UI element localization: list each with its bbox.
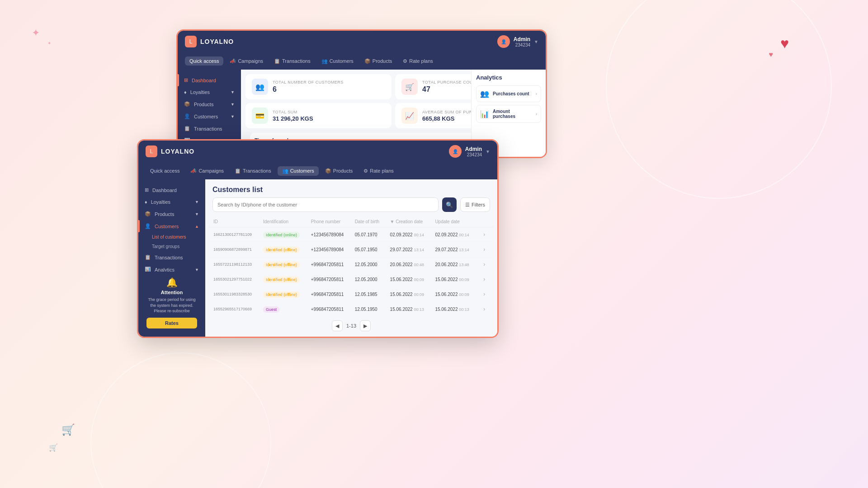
stat-purchases-info: TOTAL PURCHASE COUNT 47 <box>422 80 479 94</box>
search-button[interactable]: 🔍 <box>442 197 457 212</box>
attention-card: 🔔 Attention The grace period for using t… <box>141 272 203 334</box>
customers-loyal-label: Loyalties <box>151 199 170 205</box>
customers-user-id: 234234 <box>465 152 482 157</box>
row-detail-button[interactable]: › <box>480 305 488 313</box>
cell-identification: Identified (offline) <box>259 272 307 287</box>
stat-purchases-value: 47 <box>422 85 479 94</box>
cell-updated: 20.06.2022 13:48 <box>430 257 476 272</box>
analytics-panel-title: Analytics <box>476 74 541 81</box>
row-detail-button[interactable]: › <box>480 260 488 268</box>
user-info: Admin 234234 <box>514 36 530 47</box>
customers-sidebar-transactions[interactable]: 📋 Transactions <box>138 251 205 263</box>
sidebar-products-label: Products <box>194 102 213 107</box>
cell-action[interactable]: › <box>476 287 494 302</box>
customers-nav-products[interactable]: 📦 Products <box>321 166 357 176</box>
stat-sum-label: TOTAL SUM <box>273 110 313 114</box>
sidebar-item-dashboard[interactable]: ⊞ Dashboard <box>178 74 241 86</box>
col-created[interactable]: ▼ Creation date <box>386 216 431 227</box>
bg-curve-2 <box>90 352 271 488</box>
stat-customers-label: TOTAL NUMBER OF CUSTOMERS <box>273 80 344 84</box>
customers-nav-quick[interactable]: Quick access <box>146 166 184 175</box>
customers-loyal-arrow: ▼ <box>195 200 199 204</box>
search-input[interactable] <box>212 197 439 212</box>
customers-trans-icon: 📋 <box>145 254 151 260</box>
cell-dob: 12.05.2000 <box>350 257 386 272</box>
nav-campaigns[interactable]: 📣 Campaigns <box>225 56 268 66</box>
cell-created: 20.06.2022 00:48 <box>386 257 431 272</box>
nav-customers[interactable]: 👥 Customers <box>317 56 358 66</box>
next-page-button[interactable]: ▶ <box>360 320 371 331</box>
cell-updated: 15.06.2022 00:09 <box>430 287 476 302</box>
cell-updated: 15.06.2022 00:13 <box>430 302 476 317</box>
cell-dob: 05.07.1950 <box>350 242 386 257</box>
cell-phone: +996847205811 <box>307 257 350 272</box>
row-detail-button[interactable]: › <box>480 245 488 253</box>
attention-icon: 🔔 <box>146 277 197 288</box>
cell-action[interactable]: › <box>476 242 494 257</box>
cell-action[interactable]: › <box>476 227 494 242</box>
stat-sum: 💳 TOTAL SUM 31 296,20 KGS <box>245 103 392 128</box>
table-row: 16621300127781109 Identified (online) +1… <box>209 227 494 242</box>
customers-rate-plans-icon: ⚙ <box>363 168 368 174</box>
nav-products[interactable]: 📦 Products <box>360 56 396 66</box>
cell-created: 29.07.2022 13:14 <box>386 242 431 257</box>
nav-quick-access[interactable]: Quick access <box>185 56 223 66</box>
cell-identification: Identified (offline) <box>259 287 307 302</box>
customers-nav-campaigns[interactable]: 📣 Campaigns <box>186 166 228 176</box>
row-detail-button[interactable]: › <box>480 275 488 283</box>
customers-nav-transactions[interactable]: 📋 Transactions <box>230 166 276 176</box>
cell-phone: +123456789084 <box>307 242 350 257</box>
rates-button[interactable]: Rates <box>146 318 197 328</box>
analytics-item-amount[interactable]: 📊 Amount purchases › <box>476 105 541 123</box>
col-updated: Update date <box>430 216 476 227</box>
prev-page-button[interactable]: ◀ <box>332 320 343 331</box>
user-avatar: 👤 <box>497 35 510 48</box>
customers-dash-icon: ⊞ <box>145 187 149 193</box>
customers-sidebar-products[interactable]: 📦 Products ▼ <box>138 208 205 220</box>
sidebar-item-customers[interactable]: 👤 Customers ▼ <box>178 110 241 122</box>
amount-purchases-icon: 📊 <box>480 110 489 118</box>
cell-action[interactable]: › <box>476 302 494 317</box>
stat-sum-icon: 💳 <box>252 108 268 124</box>
customers-sidebar: ⊞ Dashboard ♦ Loyalties ▼ 📦 Products ▼ 👤… <box>138 179 205 337</box>
customers-prod-icon: 📦 <box>145 211 151 217</box>
dashboard-nav: Quick access 📣 Campaigns 📋 Transactions … <box>178 52 546 70</box>
customers-nav-customers[interactable]: 👥 Customers <box>278 166 319 176</box>
cell-action[interactable]: › <box>476 257 494 272</box>
nav-transactions[interactable]: 📋 Transactions <box>269 56 315 66</box>
table-row: 16552965517170669 Guest +996847205811 12… <box>209 302 494 317</box>
dashboard-header: L LOYALNO 👤 Admin 234234 ▼ <box>178 31 546 52</box>
sidebar-item-products[interactable]: 📦 Products ▼ <box>178 98 241 110</box>
analytics-item-purchases[interactable]: 👥 Purchases count › <box>476 85 541 102</box>
page-info: 1-13 <box>346 323 356 328</box>
customers-subitem-groups[interactable]: Target groups <box>138 242 205 251</box>
dashboard-user[interactable]: 👤 Admin 234234 ▼ <box>497 35 538 48</box>
nav-rate-plans[interactable]: ⚙ Rate plans <box>398 56 438 66</box>
customers-sidebar-loyalties[interactable]: ♦ Loyalties ▼ <box>138 196 205 208</box>
identification-badge: Identified (offline) <box>263 262 300 268</box>
loyalties-icon: ♦ <box>184 89 187 95</box>
row-detail-button[interactable]: › <box>480 290 488 298</box>
col-action <box>476 216 494 227</box>
customers-user-info: Admin 234234 <box>465 146 482 157</box>
customers-nav: Quick access 📣 Campaigns 📋 Transactions … <box>138 162 497 179</box>
dashboard-logo: L LOYALNO <box>185 36 234 47</box>
table-row: 16553021297751022 Identified (offline) +… <box>209 272 494 287</box>
cell-identification: Identified (offline) <box>259 257 307 272</box>
sidebar-item-transactions[interactable]: 📋 Transactions <box>178 122 241 135</box>
customers-user[interactable]: 👤 Admin 234234 ▼ <box>449 145 490 158</box>
star-decoration-1: ✦ <box>32 27 40 39</box>
customers-sidebar-dashboard[interactable]: ⊞ Dashboard <box>138 184 205 196</box>
dashboard-icon: ⊞ <box>184 77 188 83</box>
customers-sidebar-customers[interactable]: 👤 Customers ▲ <box>138 220 205 232</box>
cell-id: 16590906872899871 <box>209 242 259 257</box>
customers-subitem-list[interactable]: List of customers <box>138 232 205 242</box>
sidebar-item-loyalties[interactable]: ♦ Loyalties ▼ <box>178 86 241 98</box>
cell-id: 16557221198112133 <box>209 257 259 272</box>
customers-nav-rate-plans[interactable]: ⚙ Rate plans <box>359 166 398 176</box>
row-detail-button[interactable]: › <box>480 230 488 239</box>
table-header: ID Identification Phone number Date of b… <box>209 216 494 227</box>
cell-dob: 12.05.2000 <box>350 272 386 287</box>
cell-action[interactable]: › <box>476 272 494 287</box>
filter-button[interactable]: ☰ Filters <box>460 197 490 212</box>
